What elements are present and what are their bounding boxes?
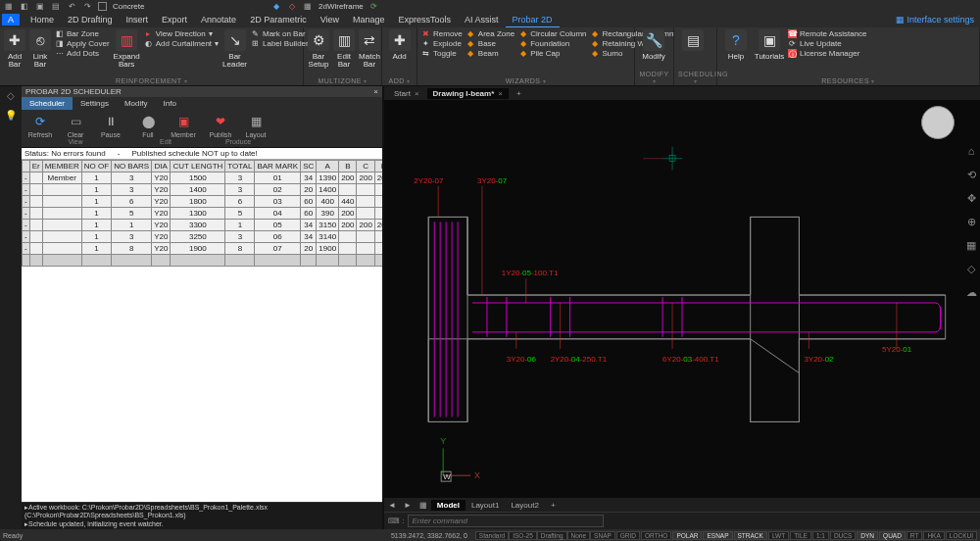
toggle-tile[interactable]: TILE <box>790 531 811 540</box>
add-button[interactable]: ✚Add <box>386 29 413 61</box>
tab-manage[interactable]: Manage <box>346 13 392 26</box>
toggle-rt[interactable]: RT <box>906 531 923 540</box>
toggle-dyn[interactable]: DYN <box>857 531 878 540</box>
sched-tab-settings[interactable]: Settings <box>73 97 117 110</box>
modify-button[interactable]: 🔧Modify <box>639 29 668 61</box>
grid-icon[interactable]: ▦ <box>303 1 313 11</box>
table-row[interactable]: -13Y20140030220140010 <box>23 184 383 196</box>
toggle-snap[interactable]: SNAP <box>590 531 615 540</box>
tab-export[interactable]: Export <box>155 13 194 26</box>
live-update-button[interactable]: ⟳Live Update <box>788 39 866 48</box>
sched-tab-modify[interactable]: Modify <box>117 97 156 110</box>
tab-annotate[interactable]: Annotate <box>194 13 243 26</box>
toggle-lwt[interactable]: LWT <box>768 531 789 540</box>
remote-assistance-button[interactable]: ☎Remote Assistance <box>788 29 866 38</box>
toggle-esnap[interactable]: ESNAP <box>703 531 732 540</box>
close-icon[interactable]: × <box>498 89 503 98</box>
table-row[interactable]: -15Y2013005046039020016 <box>23 208 383 220</box>
edit-bar-button[interactable]: ▥Edit Bar <box>333 29 355 69</box>
help-button[interactable]: ?Help <box>721 29 751 61</box>
schedule-grid[interactable]: ErMEMBERNO OFNO BARSDIACUT LENGTHTOTALBA… <box>22 160 382 502</box>
add-dots-button[interactable]: ⋯Add Dots <box>55 49 110 58</box>
model-tab[interactable]: Model <box>431 500 466 511</box>
bar-setup-button[interactable]: ⚙Bar Setup <box>308 29 329 69</box>
table-row[interactable]: -11Y2033001053431502002002002008 <box>23 220 383 231</box>
workspace-label[interactable]: 2dWireframe <box>318 2 364 11</box>
add-curtailment-button[interactable]: ◐Add Curtailment ▾ <box>144 39 219 48</box>
doc-tab-add[interactable]: + <box>511 88 527 99</box>
license-manager-button[interactable]: ⓘLicense Manager <box>788 49 866 58</box>
status-iso[interactable]: ISO-25 <box>509 531 537 540</box>
beam-button[interactable]: ◆Beam <box>466 49 514 58</box>
expand-bars-button[interactable]: ▥Expand Bars <box>114 29 140 69</box>
bar-leader-button[interactable]: ↘Bar Leader <box>222 29 247 69</box>
toggle-strack[interactable]: STRACK <box>734 531 767 540</box>
toggle-1:1[interactable]: 1:1 <box>812 531 829 540</box>
model-tab-prev[interactable]: ◄ <box>384 501 400 510</box>
refresh-icon[interactable]: ⟳ <box>369 1 379 11</box>
view-direction-button[interactable]: ▸View Direction ▾ <box>144 29 219 38</box>
explode-button[interactable]: ✦Explode <box>421 39 463 48</box>
qa-new-icon[interactable]: ◧ <box>20 1 29 11</box>
table-row[interactable]: -Member13Y20150030134139020020020020011 <box>23 172 383 184</box>
toggle-polar[interactable]: POLAR <box>672 531 702 540</box>
full-button[interactable]: ⬤Full <box>131 112 165 138</box>
scheduler-close-icon[interactable]: × <box>373 87 378 96</box>
tab-2d-drafting[interactable]: 2D Drafting <box>61 13 120 26</box>
toggle-lockui[interactable]: LOCKUI <box>946 531 977 540</box>
base-button[interactable]: ◆Base <box>466 39 514 48</box>
command-input[interactable] <box>408 515 604 527</box>
table-row[interactable]: -13Y20325030634314024 <box>23 231 383 243</box>
tab-probar-2d[interactable]: Probar 2D <box>506 13 560 27</box>
search-input[interactable] <box>113 2 172 11</box>
tutorials-button[interactable]: ▣Tutorials <box>755 29 784 61</box>
tab-view[interactable]: View <box>314 13 346 26</box>
drawing-canvas[interactable]: 2Y20-07 3Y20-07 1Y20-05-100.T1 3Y20-06 2… <box>384 100 980 510</box>
toggle-ortho[interactable]: ORTHO <box>641 531 671 540</box>
sched-tab-info[interactable]: Info <box>156 97 184 110</box>
link-bar-button[interactable]: ⎋Link Bar <box>29 29 51 69</box>
foundation-button[interactable]: ◆Foundation <box>518 39 586 48</box>
pause-button[interactable]: ⏸Pause <box>94 112 127 138</box>
apply-cover-button[interactable]: ◨Apply Cover <box>55 39 110 48</box>
sched-tab-scheduler[interactable]: Scheduler <box>22 97 73 110</box>
qa-box-icon[interactable] <box>98 2 107 11</box>
tab-2d-parametric[interactable]: 2D Parametric <box>243 13 314 26</box>
qa-redo-icon[interactable]: ↷ <box>82 1 92 11</box>
status-none[interactable]: None <box>567 531 591 540</box>
pile-cap-button[interactable]: ◆Pile Cap <box>518 49 586 58</box>
doc-tab-drawing[interactable]: Drawing I-beam*× <box>427 88 509 99</box>
match-bar-button[interactable]: ⇄Match Bar <box>359 29 380 69</box>
layout2-tab[interactable]: Layout2 <box>505 500 544 511</box>
qa-open-icon[interactable]: ▣ <box>35 1 45 11</box>
status-drafting[interactable]: Drafting <box>537 531 567 540</box>
bar-zone-button[interactable]: ◧Bar Zone <box>55 29 110 38</box>
qa-undo-icon[interactable]: ↶ <box>67 1 76 11</box>
layer2-icon[interactable]: ◇ <box>287 1 297 11</box>
toggle-quad[interactable]: QUAD <box>879 531 906 540</box>
model-tab-next[interactable]: ► <box>400 501 416 510</box>
layout-button[interactable]: ▦Layout <box>239 112 272 138</box>
remove-button[interactable]: ✖Remove <box>421 29 463 38</box>
toggle-button[interactable]: ⇆Toggle <box>421 49 463 58</box>
interface-settings-link[interactable]: ▦ Interface settings <box>896 15 980 25</box>
toggle-ducs[interactable]: DUCS <box>830 531 856 540</box>
label-builder-button[interactable]: ⊞Label Builder <box>251 39 309 48</box>
circular-column-button[interactable]: ◆Circular Column <box>518 29 586 38</box>
tab-expresstools[interactable]: ExpressTools <box>392 13 459 26</box>
add-bar-button[interactable]: ✚Add Bar <box>4 29 25 69</box>
layout-add-tab[interactable]: + <box>545 500 562 511</box>
layout1-tab[interactable]: Layout1 <box>466 500 505 511</box>
doc-tab-start[interactable]: Start× <box>388 88 425 99</box>
qa-save-icon[interactable]: ▤ <box>51 1 61 11</box>
palette-icon-2[interactable]: 💡 <box>4 110 18 123</box>
toggle-grid[interactable]: GRID <box>616 531 640 540</box>
status-standard[interactable]: Standard <box>475 531 509 540</box>
tab-insert[interactable]: Insert <box>120 13 156 26</box>
close-icon[interactable]: × <box>415 89 419 98</box>
mark-on-bar-button[interactable]: ✎Mark on Bar <box>251 29 309 38</box>
palette-icon-1[interactable]: ◇ <box>4 90 18 104</box>
tab-ai-assist[interactable]: AI Assist <box>458 13 506 26</box>
table-row[interactable]: -18Y20190080720190037 <box>23 243 383 255</box>
scheduling-button[interactable]: ▤ <box>678 29 708 53</box>
